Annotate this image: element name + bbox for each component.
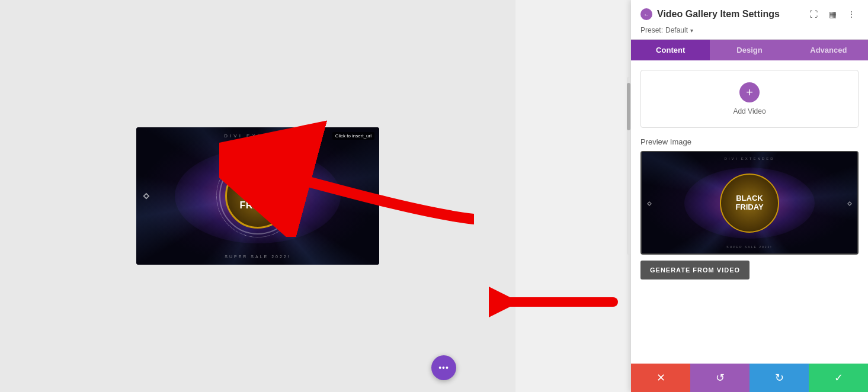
bf-bottom-text: SUPER SALE 2022! [136, 255, 379, 259]
add-video-section[interactable]: + Add Video [640, 70, 859, 128]
tab-design[interactable]: Design [710, 40, 789, 60]
panel-header: ← Video Gallery Item Settings ⛶ ▦ ⋮ Pres… [631, 0, 868, 40]
add-video-label: Add Video [733, 107, 765, 115]
redo-button[interactable]: ↻ [750, 364, 809, 392]
bf-black-label: BLACK FRIDAY [227, 182, 289, 200]
back-icon: ← [643, 11, 649, 18]
more-icon-btn[interactable]: ⋮ [844, 7, 859, 21]
undo-icon: ↺ [716, 371, 725, 384]
mini-next-arrow[interactable]: ⋄ [847, 197, 853, 208]
confirm-icon: ✓ [834, 371, 843, 384]
next-arrow[interactable]: ⋄ [365, 188, 373, 204]
mini-bf-bottom: SUPER SALE 2022! [642, 245, 857, 249]
preset-caret: ▾ [690, 27, 693, 34]
panel-title-left: ← Video Gallery Item Settings [640, 8, 780, 20]
plus-icon: + [746, 86, 753, 99]
add-video-button[interactable]: + [739, 82, 760, 102]
mini-bf-scene: BLACK FRIDAY DIVI EXTENDED SUPER SALE 20… [642, 152, 857, 253]
preset-value: Default [665, 26, 688, 34]
panel-title-icons: ⛶ ▦ ⋮ [806, 7, 859, 21]
scrollbar-track [627, 77, 630, 255]
tab-content[interactable]: Content [631, 40, 710, 60]
panel-title: Video Gallery Item Settings [657, 9, 780, 20]
preset-label: Preset: [640, 26, 663, 34]
canvas-area: BLACK FRIDAY FRIDAY DIVI EXTENDED SUPER … [0, 0, 515, 392]
bf-circle-inner: BLACK FRIDAY FRIDAY [225, 163, 290, 229]
settings-panel: ← Video Gallery Item Settings ⛶ ▦ ⋮ Pres… [631, 0, 868, 392]
bf-circle-outer: BLACK FRIDAY FRIDAY [219, 158, 296, 234]
bf-text: BLACK FRIDAY FRIDAY [227, 182, 289, 210]
mini-black: BLACK [735, 194, 763, 203]
generate-from-video-button[interactable]: GENERATE FROM VIDEO [640, 261, 750, 279]
confirm-button[interactable]: ✓ [809, 364, 868, 392]
panel-content: + Add Video Preview Image BLACK FRIDAY D… [631, 60, 868, 364]
preview-image-label: Preview Image [640, 137, 859, 146]
tab-advanced[interactable]: Advanced [789, 40, 868, 60]
preset-row[interactable]: Preset: Default ▾ [640, 26, 859, 39]
redo-icon: ↻ [775, 371, 784, 384]
floating-dots-button[interactable] [431, 355, 456, 380]
mini-friday: FRIDAY [735, 203, 763, 211]
mini-bf-text: BLACK FRIDAY [735, 194, 763, 211]
panel-tabs: Content Design Advanced [631, 40, 868, 60]
prev-arrow[interactable]: ⋄ [142, 188, 150, 204]
preview-image-container: BLACK FRIDAY DIVI EXTENDED SUPER SALE 20… [640, 151, 859, 255]
cancel-icon: ✕ [656, 371, 665, 384]
panel-actions: ✕ ↺ ↻ ✓ [631, 364, 868, 392]
video-preview-card[interactable]: BLACK FRIDAY FRIDAY DIVI EXTENDED SUPER … [136, 127, 379, 265]
mini-bf-top: DIVI EXTENDED [642, 157, 857, 160]
bf-scene: BLACK FRIDAY FRIDAY DIVI EXTENDED SUPER … [136, 127, 379, 265]
grid-icon-btn[interactable]: ▦ [825, 7, 840, 21]
back-button[interactable]: ← [640, 8, 652, 20]
mini-bf-circle: BLACK FRIDAY [720, 173, 779, 233]
scrollbar-thumb[interactable] [627, 83, 630, 130]
expand-icon-btn[interactable]: ⛶ [806, 7, 821, 21]
card-tooltip: Click to insert_url [332, 132, 374, 140]
mini-prev-arrow[interactable]: ⋄ [646, 197, 652, 208]
bf-friday-label: FRIDAY [227, 200, 289, 211]
panel-title-row: ← Video Gallery Item Settings ⛶ ▦ ⋮ [640, 7, 859, 21]
undo-button[interactable]: ↺ [690, 364, 750, 392]
cancel-button[interactable]: ✕ [631, 364, 690, 392]
